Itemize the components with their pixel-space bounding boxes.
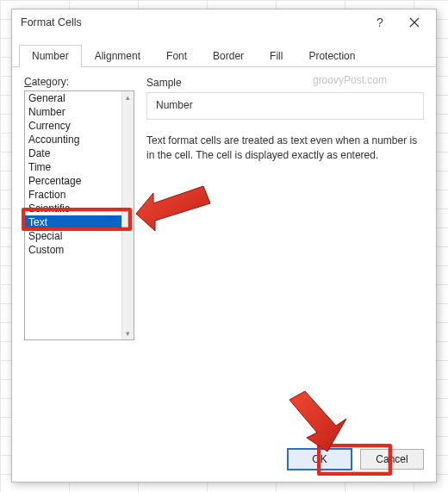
dialog-title: Format Cells xyxy=(21,16,365,28)
list-item-custom[interactable]: Custom xyxy=(25,243,121,257)
scroll-down-icon[interactable]: ▾ xyxy=(122,327,134,339)
right-panel: groovyPost.com Sample Number Text format… xyxy=(134,76,424,446)
titlebar: Format Cells ? xyxy=(12,9,436,35)
format-cells-dialog: Format Cells ? Number Alignment Font Bor… xyxy=(11,9,437,483)
listbox-scrollbar[interactable]: ▴ ▾ xyxy=(121,91,134,339)
dialog-button-row: OK Cancel xyxy=(288,449,424,470)
tab-protection[interactable]: Protection xyxy=(296,45,368,67)
list-item-number[interactable]: Number xyxy=(25,105,121,119)
tab-font[interactable]: Font xyxy=(153,45,200,67)
category-description: Text format cells are treated as text ev… xyxy=(146,134,424,164)
watermark: groovyPost.com xyxy=(313,74,387,86)
category-column: Category: GeneralNumberCurrencyAccountin… xyxy=(24,76,134,446)
list-item-special[interactable]: Special xyxy=(25,229,121,243)
category-label: Category: xyxy=(24,76,134,88)
tab-alignment[interactable]: Alignment xyxy=(82,45,153,67)
list-item-percentage[interactable]: Percentage xyxy=(25,174,121,188)
sample-box: Number xyxy=(146,92,424,120)
tab-border[interactable]: Border xyxy=(200,45,257,67)
list-item-fraction[interactable]: Fraction xyxy=(25,188,121,202)
scroll-up-icon[interactable]: ▴ xyxy=(122,91,134,103)
list-item-currency[interactable]: Currency xyxy=(25,119,121,133)
close-button[interactable] xyxy=(400,12,429,33)
list-item-general[interactable]: General xyxy=(25,91,121,105)
tab-strip: Number Alignment Font Border Fill Protec… xyxy=(12,35,436,67)
sample-value: Number xyxy=(156,99,193,111)
tab-fill[interactable]: Fill xyxy=(257,45,296,67)
tab-number[interactable]: Number xyxy=(19,45,82,67)
dialog-body: Category: GeneralNumberCurrencyAccountin… xyxy=(12,67,436,446)
list-item-accounting[interactable]: Accounting xyxy=(25,133,121,146)
cancel-button[interactable]: Cancel xyxy=(360,449,424,470)
category-listbox[interactable]: GeneralNumberCurrencyAccountingDateTimeP… xyxy=(24,90,134,340)
list-item-time[interactable]: Time xyxy=(25,160,121,174)
ok-button[interactable]: OK xyxy=(288,449,352,470)
list-item-date[interactable]: Date xyxy=(25,146,121,160)
list-item-text[interactable]: Text xyxy=(25,215,121,229)
help-button[interactable]: ? xyxy=(365,12,395,33)
list-item-scientific[interactable]: Scientific xyxy=(25,202,121,215)
